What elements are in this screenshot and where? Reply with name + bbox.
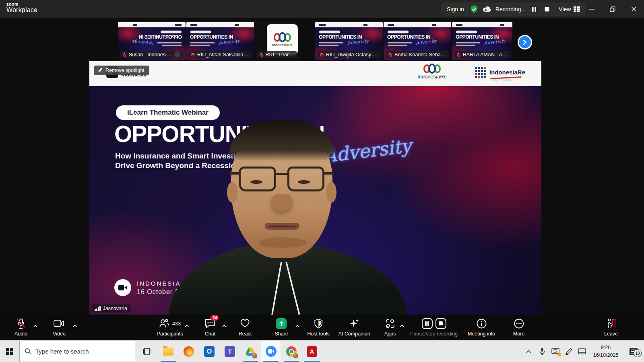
sign-in-button[interactable]: Sign in	[447, 6, 466, 12]
mic-muted-icon	[16, 318, 26, 329]
participant-name-label: HARTA AMAN - Anggit	[454, 51, 511, 58]
firefox-icon	[184, 346, 194, 357]
pause-recording-icon[interactable]	[421, 318, 432, 329]
participant-tile-susan[interactable]: OPPORTUNITIES IN Adversity Susan - Indon…	[118, 22, 186, 60]
tray-pen-icon[interactable]	[562, 341, 575, 362]
zoom-workplace-logo: zoom Workplace	[6, 2, 37, 13]
host-tools-button[interactable]: Host tools	[307, 318, 330, 337]
zoom-app-button[interactable]	[261, 341, 281, 362]
apps-icon	[385, 319, 395, 329]
participant-tile-dwigita[interactable]: OPPORTUNITIES IN Adversity RIU_Dwigita O…	[315, 22, 383, 60]
restore-button[interactable]	[602, 0, 623, 18]
participants-count: 433	[172, 321, 181, 327]
view-grid-icon	[574, 6, 580, 12]
shield-icon	[314, 319, 323, 329]
tray-microphone-icon[interactable]	[535, 341, 549, 362]
task-view-icon	[143, 347, 153, 356]
google-drive-button[interactable]	[241, 341, 260, 362]
minimize-button[interactable]	[581, 0, 602, 18]
tile-more-options[interactable]: ...	[174, 51, 180, 58]
teams-button[interactable]: T	[220, 341, 239, 362]
leave-button[interactable]: Leave	[604, 318, 618, 337]
file-explorer-button[interactable]	[159, 341, 178, 362]
taskbar-search[interactable]	[19, 341, 135, 362]
react-button[interactable]: React	[239, 318, 252, 337]
spotlight-video-jasnovaria: Danantara Indonesia IndonesiaRe Indonesi…	[89, 61, 541, 315]
pin-icon	[97, 68, 103, 73]
view-button[interactable]: View	[559, 6, 580, 12]
task-view-button[interactable]	[138, 341, 157, 362]
stop-recording-icon[interactable]	[543, 5, 551, 14]
participant-name-label: Boma Kharista Sebaya...	[386, 51, 449, 58]
slide-pill-badge: iLearn Thematic Webinar	[116, 105, 220, 120]
participant-tile-boma[interactable]: OPPORTUNITIES IN Adversity Boma Kharista…	[384, 22, 451, 60]
participant-tile-riu-learning[interactable]: IndonesiaRe RIU - Learning	[255, 22, 298, 60]
apps-options-chevron[interactable]	[400, 322, 405, 329]
brand-workplace: Workplace	[6, 7, 37, 14]
search-icon	[25, 348, 31, 355]
share-icon	[276, 318, 287, 329]
video-camera-icon	[114, 279, 131, 296]
mic-muted-icon	[388, 52, 392, 58]
close-button[interactable]	[623, 0, 644, 18]
participant-tile-harta-aman[interactable]: OPPORTUNITIES IN Adversity HARTA AMAN - …	[452, 22, 512, 60]
taskbar-clock[interactable]: 9:26 16/10/2025	[588, 344, 623, 358]
tray-display-sync-icon[interactable]	[549, 341, 562, 362]
account-avatar	[293, 353, 299, 359]
share-screen-button[interactable]: Share	[275, 318, 288, 337]
view-label: View	[559, 6, 571, 12]
tray-touchpad-icon[interactable]	[575, 341, 588, 362]
outlook-button[interactable]: O	[200, 341, 219, 362]
indonesiare-institute-logo: IndonesiaRe INSTITUTE	[475, 67, 525, 78]
search-input[interactable]	[35, 348, 124, 355]
apps-button[interactable]: Apps	[384, 318, 396, 337]
heart-icon	[240, 319, 250, 328]
indonesiare-logo-icon	[423, 64, 441, 74]
indonesiare-avatar: IndonesiaRe	[267, 24, 298, 55]
participant-tile-afifah[interactable]: OPPORTUNITIES IN Adversity RIU_Afifah Sa…	[186, 22, 254, 60]
chat-button[interactable]: 24 Chat	[205, 318, 215, 337]
tray-expand-chevron[interactable]	[522, 341, 535, 362]
more-button[interactable]: More	[513, 318, 524, 337]
participants-options-chevron[interactable]	[185, 322, 189, 329]
slide-header-strip: Danantara Indonesia IndonesiaRe Indonesi…	[89, 61, 541, 86]
action-center-button[interactable]: 18	[623, 341, 644, 362]
next-participants-page-button[interactable]	[518, 35, 532, 49]
account-avatar	[252, 353, 258, 359]
zoom-workplace-window: zoom Workplace Sign in Recording... View	[0, 0, 644, 362]
system-tray: 9:26 16/10/2025 18	[522, 341, 644, 362]
ai-companion-button[interactable]: AI Companion	[338, 318, 370, 337]
indonesiare-logo: IndonesiaRe	[417, 64, 447, 80]
mic-muted-icon	[320, 52, 324, 58]
audio-options-chevron[interactable]	[33, 322, 38, 329]
acrobat-button[interactable]: A	[302, 341, 322, 362]
indonesiare-logo-icon	[274, 32, 291, 42]
window-controls	[581, 0, 644, 18]
recording-status: Recording...	[495, 6, 526, 12]
mic-muted-icon	[259, 52, 264, 58]
slide-subtitle: How Insurance and Smart Investing Drive …	[115, 151, 245, 171]
zoom-app-icon	[266, 346, 277, 357]
start-button[interactable]	[0, 341, 19, 362]
security-shield-icon[interactable]	[470, 5, 479, 14]
chat-options-chevron[interactable]	[222, 322, 227, 329]
file-explorer-icon	[163, 348, 173, 356]
video-options-chevron[interactable]	[73, 322, 77, 329]
share-options-chevron[interactable]	[295, 322, 300, 329]
chrome-button[interactable]	[282, 341, 301, 362]
outlook-icon: O	[204, 346, 215, 357]
participants-button[interactable]: 433 Participants	[157, 318, 183, 337]
remove-spotlight-button[interactable]: Remove spotlight	[94, 66, 149, 75]
firefox-button[interactable]	[179, 341, 198, 362]
pause-recording-icon[interactable]	[530, 5, 539, 14]
leave-meeting-icon	[606, 318, 616, 329]
video-button[interactable]: Video	[53, 318, 66, 337]
audio-button[interactable]: Audio	[14, 318, 27, 337]
meeting-info-button[interactable]: Meeting info	[468, 318, 495, 337]
participant-name-label: RIU_Afifah Salsabila (Al...	[188, 51, 252, 58]
windows-logo-icon	[6, 348, 13, 355]
pause-stop-recording-button[interactable]: Pause/stop recording	[410, 318, 458, 337]
stop-recording-icon[interactable]	[435, 318, 446, 329]
video-camera-icon	[54, 319, 65, 327]
chat-unread-badge: 24	[211, 315, 219, 321]
